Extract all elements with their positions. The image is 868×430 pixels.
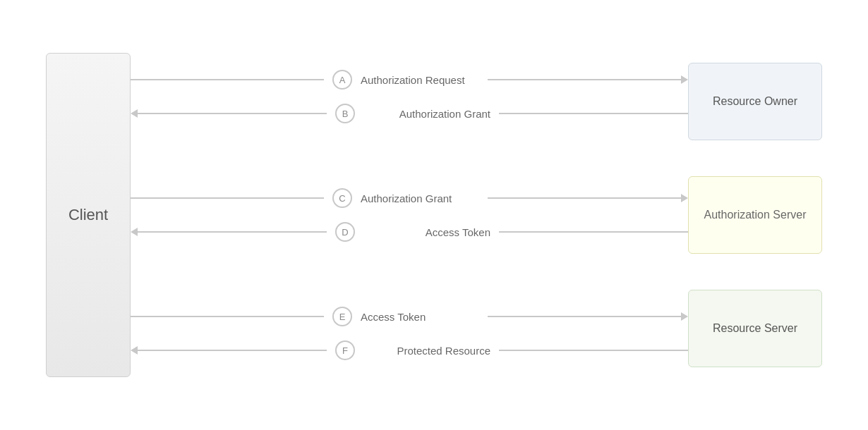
arrow-b: Authorization Grant B: [131, 104, 688, 123]
badge-a: A: [332, 70, 352, 90]
flow-group-ef: E Access Token Protected Resource F: [131, 304, 688, 363]
badge-d-label: D: [342, 227, 348, 238]
flow-row-f: Protected Resource F: [131, 338, 688, 363]
resource-owner-label: Resource Owner: [713, 95, 797, 108]
arrow-c: C Authorization Grant: [131, 188, 688, 208]
flow-middle: A Authorization Request Authorization Gr…: [131, 53, 688, 377]
flow-row-d: Access Token D: [131, 219, 688, 245]
server-boxes: Resource Owner Authorization Server Reso…: [688, 53, 822, 377]
arrow-f: Protected Resource F: [131, 340, 688, 360]
flow-row-c: C Authorization Grant: [131, 185, 688, 211]
flow-group-ab: A Authorization Request Authorization Gr…: [131, 67, 688, 126]
line-a-right: [488, 79, 681, 80]
badge-b-label: B: [342, 109, 349, 119]
arrowhead-e: [681, 312, 688, 321]
resource-server-label: Resource Server: [713, 322, 797, 335]
line-c-right: [488, 197, 681, 199]
badge-a-label: A: [339, 75, 346, 85]
badge-d: D: [335, 222, 355, 242]
arrow-a: A Authorization Request: [131, 70, 688, 90]
oauth-flow-diagram: Client A Authorization Request: [46, 18, 822, 412]
badge-f: F: [335, 340, 355, 360]
label-c: Authorization Grant: [361, 192, 488, 204]
line-d-right: [499, 231, 688, 233]
badge-f-label: F: [342, 345, 348, 356]
badge-b: B: [335, 104, 355, 123]
badge-e-label: E: [339, 312, 346, 322]
client-box: Client: [46, 53, 131, 377]
client-label: Client: [68, 206, 108, 224]
badge-c: C: [332, 188, 352, 208]
line-e-right: [488, 316, 681, 317]
arrowhead-f: [131, 346, 138, 355]
resource-server-box: Resource Server: [688, 290, 822, 367]
line-c-left: [131, 197, 324, 199]
label-b: Authorization Grant: [363, 108, 490, 120]
flow-group-cd: C Authorization Grant Access Token D: [131, 185, 688, 245]
resource-owner-box: Resource Owner: [688, 63, 822, 140]
label-a: Authorization Request: [361, 74, 488, 86]
label-f: Protected Resource: [363, 345, 490, 357]
badge-c-label: C: [339, 193, 345, 204]
line-b-right: [499, 113, 688, 114]
line-f-right: [499, 350, 688, 351]
flow-row-b: Authorization Grant B: [131, 101, 688, 126]
flow-row-e: E Access Token: [131, 304, 688, 329]
arrowhead-a: [681, 75, 688, 84]
line-b-left: [138, 113, 327, 114]
arrowhead-b: [131, 109, 138, 118]
arrow-e: E Access Token: [131, 307, 688, 326]
flow-row-a: A Authorization Request: [131, 67, 688, 92]
arrowhead-c: [681, 194, 688, 202]
line-e-left: [131, 316, 324, 317]
arrow-d: Access Token D: [131, 222, 688, 242]
line-d-left: [138, 231, 327, 233]
line-f-left: [138, 350, 327, 351]
arrowhead-d: [131, 228, 138, 236]
label-e: Access Token: [361, 311, 488, 323]
label-d: Access Token: [363, 226, 490, 238]
line-a-left: [131, 79, 324, 80]
auth-server-box: Authorization Server: [688, 176, 822, 254]
auth-server-label: Authorization Server: [704, 209, 807, 221]
badge-e: E: [332, 307, 352, 326]
